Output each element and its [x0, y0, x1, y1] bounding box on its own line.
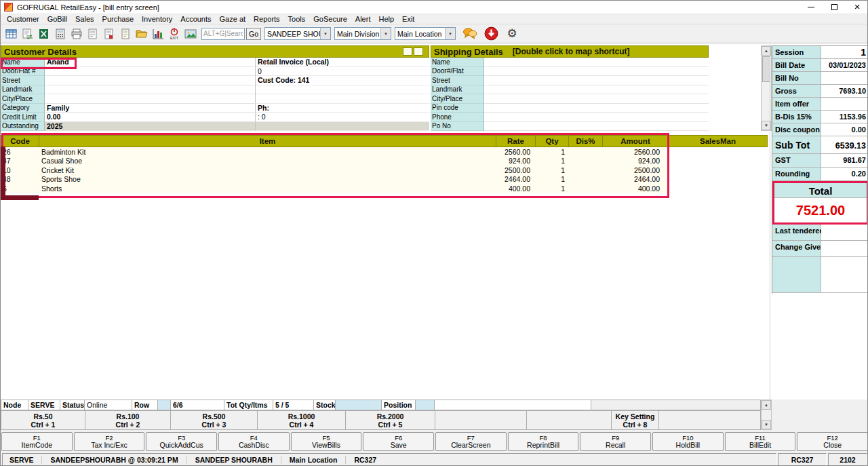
printer-icon[interactable] — [68, 26, 85, 42]
excel-export-icon[interactable] — [36, 26, 52, 42]
cash-button-rs50[interactable]: Rs.50Ctrl + 1 — [1, 410, 85, 430]
item-row[interactable]: 48 Sports Shoe 2464.00 1 2464.00 — [1, 175, 768, 185]
mid-empty — [255, 122, 429, 132]
menu-item-gosecure[interactable]: GoSecure — [309, 14, 351, 24]
fn-button-f1[interactable]: F1ItemCode — [1, 432, 73, 451]
menu-item-customer[interactable]: Customer — [3, 14, 43, 24]
customer-category-field[interactable]: Family — [45, 104, 255, 113]
chevron-down-icon — [445, 28, 455, 39]
scroll-up-icon[interactable]: ▲ — [762, 400, 771, 410]
fn-button-f4[interactable]: F4CashDisc — [218, 432, 290, 451]
division-select[interactable]: Main Division — [334, 27, 391, 40]
menu-item-alert[interactable]: Alert — [351, 14, 375, 24]
key-setting-button[interactable]: Key SettingCtrl + 8 — [612, 410, 659, 430]
download-icon[interactable] — [483, 26, 499, 42]
location-select[interactable]: Main Location — [395, 27, 456, 40]
chart-icon[interactable] — [150, 26, 166, 42]
bill-entry-icon[interactable] — [3, 26, 20, 42]
salesman-select[interactable]: SANDEEP SHOURA — [264, 27, 331, 40]
menu-item-exit[interactable]: Exit — [398, 14, 418, 24]
shipping-phone-field[interactable] — [484, 113, 709, 122]
summary-row-rounding: Rounding 0.20 — [772, 168, 868, 181]
shipping-doorflat-field[interactable] — [484, 67, 709, 77]
node-value: SERVE — [28, 400, 60, 410]
scroll-down-icon[interactable]: ▼ — [762, 420, 771, 429]
fn-button-f10[interactable]: F10HoldBill — [652, 432, 724, 451]
customer-doorflat-field[interactable] — [45, 67, 255, 77]
document-icon[interactable] — [85, 26, 101, 42]
fn-button-f8[interactable]: F8ReprintBill — [508, 432, 579, 451]
fn-button-f6[interactable]: F6Save — [363, 432, 434, 451]
menu-item-gaze-at[interactable]: Gaze at — [216, 14, 250, 24]
item-row[interactable]: 6 Shorts 400.00 1 400.00 — [1, 184, 768, 193]
item-salesman — [669, 184, 768, 193]
folder-open-icon[interactable] — [134, 26, 150, 42]
cash-button-rs2000[interactable]: Rs.2000Ctrl + 5 — [346, 410, 435, 430]
settings-gear-icon[interactable]: ⚙ — [504, 26, 520, 42]
item-qty: 1 — [536, 184, 569, 193]
report-icon[interactable] — [101, 26, 117, 42]
menu-item-gobill[interactable]: GoBill — [43, 14, 71, 24]
customer-row-street: Street Cust Code: 141 — [1, 76, 429, 85]
item-amount: 2560.00 — [603, 147, 669, 157]
shipping-pincode-field[interactable] — [484, 104, 709, 113]
menu-item-tools[interactable]: Tools — [284, 14, 310, 24]
menu-item-accounts[interactable]: Accounts — [176, 14, 215, 24]
maximize-button[interactable] — [823, 1, 846, 14]
summary-value: 0.00 — [821, 123, 868, 136]
field-label: Landmark — [431, 85, 484, 95]
shipping-street-field[interactable] — [484, 76, 709, 85]
menu-item-sales[interactable]: Sales — [71, 14, 98, 24]
customer-landmark-field[interactable] — [45, 85, 255, 95]
close-button[interactable] — [846, 1, 868, 14]
exchange-icon[interactable] — [20, 26, 36, 42]
global-search-input[interactable] — [201, 28, 245, 40]
fn-button-f12[interactable]: F12Close — [797, 432, 868, 451]
cash-button-rs500[interactable]: Rs.500Ctrl + 3 — [171, 410, 258, 430]
item-row[interactable]: 26 Badminton Kit 2560.00 1 2560.00 — [1, 147, 768, 157]
receipt-icon[interactable] — [117, 26, 134, 42]
customer-cityplace-field[interactable] — [45, 94, 255, 104]
fn-button-f2[interactable]: F2Tax Inc/Exc — [74, 432, 145, 451]
customer-creditlimit-field[interactable]: 0.00 — [45, 113, 255, 122]
item-qty: 1 — [536, 157, 569, 166]
fn-button-f9[interactable]: F9Recall — [580, 432, 651, 451]
exit-icon[interactable]: EXIT — [166, 26, 182, 42]
menu-item-purchase[interactable]: Purchase — [98, 14, 138, 24]
field-label: Door#/Flat — [431, 67, 484, 77]
shipping-pono-field[interactable] — [484, 122, 709, 132]
item-qty: 1 — [536, 166, 569, 175]
chat-icon[interactable] — [462, 26, 478, 42]
fn-button-f3[interactable]: F3QuickAddCus — [146, 432, 217, 451]
stock-label: Stock — [314, 400, 336, 410]
shipping-landmark-field[interactable] — [484, 85, 709, 95]
customer-outstanding-field[interactable]: 2025 — [45, 122, 255, 132]
minimize-button[interactable] — [800, 1, 823, 14]
keypad-icon[interactable] — [52, 26, 68, 42]
item-row[interactable]: 47 Casual Shoe 924.00 1 924.00 — [1, 157, 768, 166]
go-button[interactable]: Go — [246, 28, 261, 40]
total-label: Total — [774, 183, 867, 198]
customer-name-field[interactable]: Anand — [45, 58, 255, 67]
field-label: City/Place — [431, 94, 484, 104]
shipping-name-field[interactable] — [484, 58, 709, 67]
item-row[interactable]: 10 Cricket Kit 2500.00 1 2500.00 — [1, 166, 768, 175]
bottom-user-time: SANDEEPSHOURABH @ 03:09:21 PM — [42, 456, 186, 464]
menu-item-reports[interactable]: Reports — [250, 14, 284, 24]
field-label: Landmark — [1, 85, 45, 95]
fn-button-f5[interactable]: F5ViewBills — [291, 432, 362, 451]
image-icon[interactable] — [182, 26, 199, 42]
cash-button-rs1000[interactable]: Rs.1000Ctrl + 4 — [258, 410, 346, 430]
fn-button-f7[interactable]: F7ClearScreen — [435, 432, 507, 451]
lower-scrollbar[interactable]: ▲ ▼ — [761, 400, 772, 430]
summary-value: 7693.10 — [821, 85, 868, 97]
titlebar: GOFRUGAL RetailEasy - [bill entry screen… — [1, 1, 868, 14]
customer-street-field[interactable] — [45, 76, 255, 85]
fn-button-f11[interactable]: F11BillEdit — [725, 432, 796, 451]
shipping-cityplace-field[interactable] — [484, 94, 709, 104]
cash-button-rs100[interactable]: Rs.100Ctrl + 2 — [85, 410, 171, 430]
menu-item-help[interactable]: Help — [374, 14, 398, 24]
mid-empty — [255, 85, 429, 95]
shipping-details-header[interactable]: Shipping Details [Double click to map sh… — [431, 45, 709, 58]
menu-item-inventory[interactable]: Inventory — [138, 14, 176, 24]
